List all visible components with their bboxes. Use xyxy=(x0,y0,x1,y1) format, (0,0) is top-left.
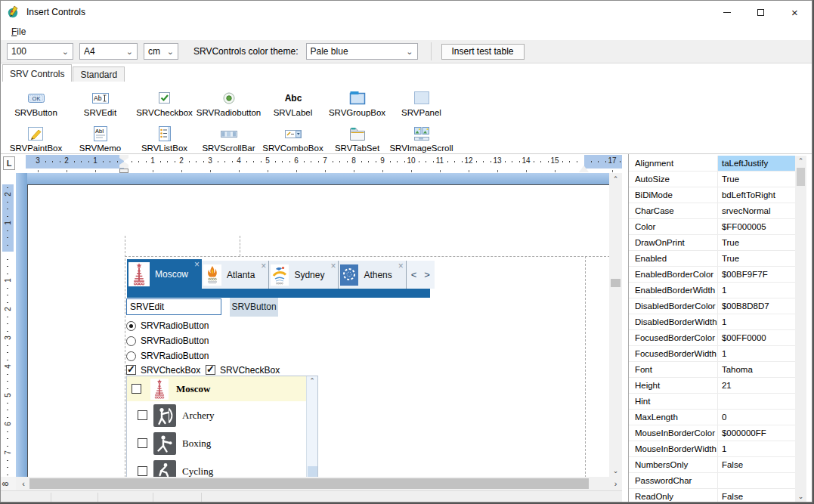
tab-close-icon[interactable]: × xyxy=(330,261,336,271)
maximize-button[interactable] xyxy=(744,1,778,23)
property-value[interactable] xyxy=(718,473,795,488)
minimize-button[interactable] xyxy=(710,1,744,23)
property-row[interactable]: DrawOnPrintTrue xyxy=(629,235,795,251)
palette-tab-standard[interactable]: Standard xyxy=(73,66,125,82)
property-row[interactable]: FontTahoma xyxy=(629,362,795,378)
property-row[interactable]: ReadOnlyFalse xyxy=(629,489,795,502)
property-value[interactable]: False xyxy=(718,457,795,472)
list-scrollbar[interactable]: ⌃ xyxy=(306,376,317,477)
property-row[interactable]: EnabledTrue xyxy=(629,251,795,267)
property-row[interactable]: DisabledBorderWidth1 xyxy=(629,314,795,330)
property-row[interactable]: FocusedBorderWidth1 xyxy=(629,346,795,362)
item-checkbox[interactable] xyxy=(138,466,147,476)
tab-stop-selector-button[interactable]: L xyxy=(3,156,15,170)
srvradiobutton-control[interactable]: SRVRadioButton xyxy=(126,335,209,347)
palette-item-srvedit[interactable]: AbSRVEdit xyxy=(68,82,132,117)
tabset-tab-atlanta[interactable]: Atlanta× xyxy=(202,261,269,289)
property-row[interactable]: AlignmenttaLeftJustify xyxy=(629,156,795,172)
list-group-header[interactable]: Moscow xyxy=(127,376,317,401)
palette-item-srvpaintbox[interactable]: SRVPaintBox xyxy=(4,117,68,153)
palette-item-srvgroupbox[interactable]: SRVGroupBox xyxy=(325,82,389,117)
property-row[interactable]: Color$FF000005 xyxy=(629,219,795,235)
property-scroll-thumb[interactable] xyxy=(797,168,805,186)
property-value[interactable]: True xyxy=(718,251,795,266)
property-value[interactable]: 1 xyxy=(718,346,795,361)
canvas-horizontal-scrollbar[interactable]: ‹ › xyxy=(16,477,622,490)
list-item-cycling[interactable]: Cycling xyxy=(127,457,317,477)
srvbutton-control[interactable]: SRVButton xyxy=(230,298,278,317)
property-value[interactable] xyxy=(718,394,795,409)
item-checkbox[interactable] xyxy=(138,410,147,420)
palette-item-srvcheckbox[interactable]: SRVCheckbox xyxy=(132,82,197,117)
property-value[interactable]: $00BF9F7F xyxy=(718,267,795,282)
property-scrollbar[interactable]: ⌃ ⌄ xyxy=(795,156,806,502)
color-theme-select[interactable]: Pale blue ⌄ xyxy=(306,43,418,60)
property-row[interactable]: CharCasesrvecNormal xyxy=(629,203,795,219)
tabs-next-icon[interactable]: > xyxy=(424,269,430,280)
item-checkbox[interactable] xyxy=(132,384,141,394)
property-value[interactable]: $00B8D8D7 xyxy=(718,298,795,314)
property-row[interactable]: EnabledBorderColor$00BF9F7F xyxy=(629,267,795,283)
property-value[interactable]: True xyxy=(718,172,795,187)
property-value[interactable]: bdLeftToRight xyxy=(718,187,795,203)
tabs-prev-icon[interactable]: < xyxy=(411,269,417,280)
property-value[interactable]: $00FF0000 xyxy=(718,330,795,345)
palette-item-srvlabel[interactable]: AbcSRVLabel xyxy=(261,82,325,117)
srvradiobutton-control[interactable]: SRVRadioButton xyxy=(126,350,209,362)
property-value[interactable]: Tahoma xyxy=(718,362,795,377)
palette-item-srvpanel[interactable]: SRVPanel xyxy=(389,82,453,117)
property-row[interactable]: Hint xyxy=(629,394,795,410)
property-value[interactable]: srvecNormal xyxy=(718,203,795,218)
item-checkbox[interactable] xyxy=(138,438,147,448)
scroll-right-icon[interactable]: › xyxy=(609,477,622,490)
vertical-ruler[interactable]: 121234567 xyxy=(1,173,16,477)
document-canvas[interactable]: Moscow×Atlanta×Sydney×Athens×<>SRVButton… xyxy=(16,173,609,477)
property-value[interactable]: True xyxy=(718,235,795,250)
property-row[interactable]: Height21 xyxy=(629,378,795,394)
paper-size-select[interactable]: A4 ⌄ xyxy=(79,43,138,60)
tabset-tab-athens[interactable]: Athens× xyxy=(339,261,406,289)
palette-item-srvlistbox[interactable]: SRVListBox xyxy=(132,117,197,153)
palette-item-srvtabset[interactable]: SRVTabSet xyxy=(325,117,389,153)
scroll-down-icon[interactable]: ⌄ xyxy=(795,491,806,502)
srvcheckbox-control[interactable]: SRVCheckBox xyxy=(126,364,200,376)
property-row[interactable]: AutoSizeTrue xyxy=(629,172,795,187)
property-value[interactable]: False xyxy=(718,489,795,502)
scroll-down-icon[interactable]: ⌄ xyxy=(609,465,622,477)
srvradiobutton-control[interactable]: SRVRadioButton xyxy=(126,320,209,332)
palette-item-srvmemo[interactable]: AbISRVMemo xyxy=(68,117,132,153)
document-page[interactable]: Moscow×Atlanta×Sydney×Athens×<>SRVButton… xyxy=(27,184,609,477)
property-value[interactable]: 21 xyxy=(718,378,795,393)
scroll-up-icon[interactable]: ⌃ xyxy=(795,156,806,167)
property-value[interactable]: $FF000005 xyxy=(718,219,795,234)
units-select[interactable]: cm ⌄ xyxy=(144,43,178,60)
property-row[interactable]: MouseInBorderColor$000000FF xyxy=(629,425,795,441)
list-scroll-thumb[interactable] xyxy=(308,466,317,477)
canvas-vertical-scrollbar[interactable]: ⌃ ⌄ xyxy=(609,173,622,477)
property-value[interactable]: 1 xyxy=(718,314,795,329)
property-value[interactable]: 0 xyxy=(718,410,795,425)
palette-item-srvradiobutton[interactable]: SRVRadiobutton xyxy=(197,82,261,117)
palette-item-srvimagescroll[interactable]: SRVImageScroll xyxy=(389,117,453,153)
tab-close-icon[interactable]: × xyxy=(261,261,266,271)
tabset-tab-moscow[interactable]: Moscow× xyxy=(127,259,202,289)
horizontal-ruler[interactable]: 12312345678910111213141517 xyxy=(16,154,622,173)
zoom-select[interactable]: 100 ⌄ xyxy=(7,43,73,60)
palette-item-srvbutton[interactable]: OKSRVButton xyxy=(4,82,68,117)
horizontal-scroll-thumb[interactable] xyxy=(29,478,589,489)
property-row[interactable]: MouseInBorderWidth1 xyxy=(629,441,795,457)
scroll-up-icon[interactable]: ⌃ xyxy=(307,377,317,385)
insert-test-table-button[interactable]: Insert test table xyxy=(441,44,525,60)
property-value[interactable]: taLeftJustify xyxy=(718,156,795,171)
tabset-tab-sydney[interactable]: Sydney× xyxy=(269,261,339,289)
property-row[interactable]: MaxLength0 xyxy=(629,410,795,425)
property-value[interactable]: 1 xyxy=(718,283,795,298)
list-item-archery[interactable]: Archery xyxy=(127,401,317,429)
list-item-boxing[interactable]: Boxing xyxy=(127,429,317,457)
close-button[interactable]: × xyxy=(778,1,812,23)
property-value[interactable]: 1 xyxy=(718,441,795,456)
scroll-left-icon[interactable]: ‹ xyxy=(16,477,29,490)
scroll-up-icon[interactable]: ⌃ xyxy=(609,173,622,185)
palette-item-srvcombobox[interactable]: SRVComboBox xyxy=(261,117,325,153)
property-row[interactable]: DisabledBorderColor$00B8D8D7 xyxy=(629,298,795,314)
